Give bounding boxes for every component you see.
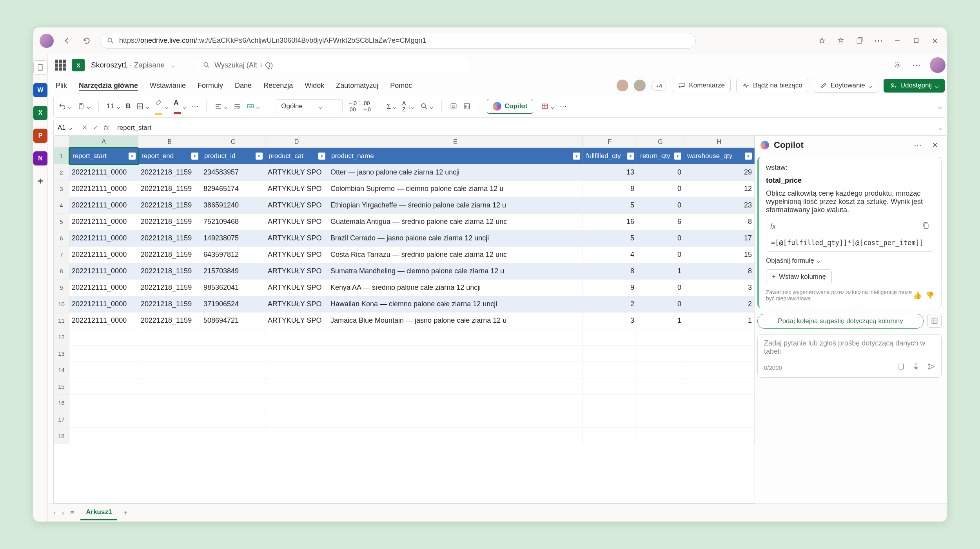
cell[interactable]: 371906524 xyxy=(201,296,265,313)
cell[interactable] xyxy=(637,395,684,411)
cell[interactable]: 20221218_1159 xyxy=(138,197,201,214)
sort-button[interactable]: AZ↓⌵ xyxy=(402,100,415,113)
cell[interactable] xyxy=(583,428,637,444)
rail-add-icon[interactable]: + xyxy=(33,174,47,188)
cell[interactable]: ARTYKUŁY SPO xyxy=(265,263,328,280)
address-bar[interactable]: https://onedrive.live.com/:w:/t/EaCKkPs6… xyxy=(100,33,696,49)
cell[interactable]: 0 xyxy=(637,247,684,263)
filter-icon[interactable]: ▾ xyxy=(191,153,198,160)
maximize-button[interactable] xyxy=(911,35,922,46)
row-header[interactable]: 15 xyxy=(54,378,69,395)
col-header[interactable]: D xyxy=(265,136,328,148)
add-sheet-icon[interactable]: + xyxy=(123,509,127,517)
cell[interactable]: Jamaica Blue Mountain — jasno palone cał… xyxy=(328,313,583,329)
cell[interactable] xyxy=(69,378,138,395)
cell[interactable]: 0 xyxy=(637,181,684,197)
presence-avatar-1[interactable] xyxy=(617,80,628,91)
row-header[interactable]: 16 xyxy=(54,395,69,411)
filter-icon[interactable]: ▾ xyxy=(129,153,136,160)
cell[interactable]: 202212111_0000 xyxy=(69,296,138,313)
cell[interactable]: 13 xyxy=(583,164,637,181)
back-button[interactable] xyxy=(61,35,73,47)
cell[interactable]: 752109468 xyxy=(201,214,265,230)
rail-word-icon[interactable]: W xyxy=(33,83,47,97)
cell[interactable]: 12 xyxy=(684,181,755,197)
cell[interactable] xyxy=(265,378,328,395)
cell[interactable] xyxy=(684,395,755,411)
next-suggestion-button[interactable]: Podaj kolejną sugestię dotyczącą kolumny xyxy=(757,314,924,329)
cell[interactable] xyxy=(201,378,265,395)
tab-review[interactable]: Recenzja xyxy=(263,82,293,90)
cell[interactable]: ARTYKUŁY SPO xyxy=(265,214,328,230)
cell[interactable] xyxy=(583,345,637,362)
cancel-formula-icon[interactable]: ✕ xyxy=(82,124,87,132)
cell[interactable]: 20221218_1159 xyxy=(138,214,201,230)
cell[interactable]: 5 xyxy=(583,230,637,247)
row-header[interactable]: 7 xyxy=(54,247,69,263)
cell[interactable]: Sumatra Mandheling — ciemno palone całe … xyxy=(328,263,583,280)
cell[interactable] xyxy=(328,411,583,428)
thumbs-up-icon[interactable]: 👍 xyxy=(913,291,922,300)
cell[interactable] xyxy=(138,428,201,444)
cell[interactable]: 20221218_1159 xyxy=(138,247,201,263)
cell[interactable] xyxy=(328,345,583,362)
row-header[interactable]: 11 xyxy=(54,313,69,329)
fill-color-button[interactable]: ⌵ xyxy=(155,98,168,115)
mic-icon[interactable] xyxy=(912,363,920,373)
filter-icon[interactable]: ▾ xyxy=(256,153,263,160)
find-button[interactable]: ⌵ xyxy=(420,102,434,111)
bold-button[interactable]: B xyxy=(126,102,131,110)
tab-insert[interactable]: Wstawianie xyxy=(150,82,186,90)
wrap-text-button[interactable] xyxy=(233,102,241,110)
cell[interactable]: Costa Rica Tarrazu — średnio palone całe… xyxy=(328,247,583,263)
cell[interactable] xyxy=(201,345,265,362)
cell[interactable]: ARTYKUŁY SPO xyxy=(265,296,328,313)
cell[interactable]: ARTYKUŁY SPO xyxy=(265,181,328,197)
cell[interactable] xyxy=(201,428,265,444)
presence-avatar-2[interactable] xyxy=(634,80,646,91)
tab-home[interactable]: Narzędzia główne xyxy=(79,82,138,90)
spreadsheet-grid[interactable]: A B C D E F G H 1report_start▾report_end… xyxy=(53,136,755,504)
cell[interactable]: 9 xyxy=(583,280,637,296)
cell[interactable]: 985362041 xyxy=(201,280,265,296)
favorites-bar-icon[interactable] xyxy=(835,35,846,46)
cell[interactable] xyxy=(201,395,265,411)
cell[interactable]: 0 xyxy=(637,280,684,296)
insert-column-button[interactable]: + Wstaw kolumnę xyxy=(766,269,832,284)
cell[interactable]: 0 xyxy=(637,230,684,247)
row-header[interactable]: 5 xyxy=(54,214,69,230)
cell[interactable] xyxy=(684,345,755,362)
cell[interactable] xyxy=(69,395,138,411)
cell[interactable]: Kenya AA — średnio palone całe ziarna 12… xyxy=(328,280,583,296)
notebook-icon[interactable] xyxy=(897,363,905,373)
cell[interactable]: 5 xyxy=(583,197,637,214)
cell[interactable] xyxy=(265,428,328,444)
cell[interactable] xyxy=(583,329,637,345)
cell[interactable]: 202212111_0000 xyxy=(69,280,138,296)
cell[interactable] xyxy=(138,378,201,395)
cell[interactable]: 202212111_0000 xyxy=(69,263,138,280)
cell[interactable]: 0 xyxy=(637,296,684,313)
cell[interactable]: Colombian Supremo — ciemno palone całe z… xyxy=(328,181,583,197)
cell[interactable]: 202212111_0000 xyxy=(69,164,138,181)
cell[interactable]: Otter — jasno palone całe ziarna 12 uncj… xyxy=(328,164,583,181)
cell[interactable] xyxy=(583,395,637,411)
col-header[interactable]: G xyxy=(637,136,684,148)
document-title[interactable]: Skoroszyt1 · Zapisane xyxy=(91,61,165,69)
increase-decimal-button[interactable]: ←0.00 xyxy=(348,100,357,113)
tab-formulas[interactable]: Formuły xyxy=(198,82,223,90)
cell[interactable]: 8 xyxy=(583,181,637,197)
cell[interactable] xyxy=(69,345,138,362)
cell[interactable] xyxy=(637,378,684,395)
cell[interactable] xyxy=(637,329,684,345)
cell[interactable]: 16 xyxy=(583,214,637,230)
cell[interactable]: ARTYKUŁY SPO xyxy=(265,197,328,214)
cell[interactable] xyxy=(69,362,138,378)
autosum-button[interactable]: Σ ⌵ xyxy=(387,102,397,111)
sheet-tab-active[interactable]: Arkusz1 xyxy=(80,505,117,520)
table-header-cell[interactable]: warehouse_qty▾ xyxy=(684,148,755,164)
align-button[interactable]: ⌵ xyxy=(214,102,228,111)
cell[interactable] xyxy=(265,362,328,378)
cell[interactable]: 0 xyxy=(637,164,684,181)
row-header[interactable]: 9 xyxy=(54,280,69,296)
